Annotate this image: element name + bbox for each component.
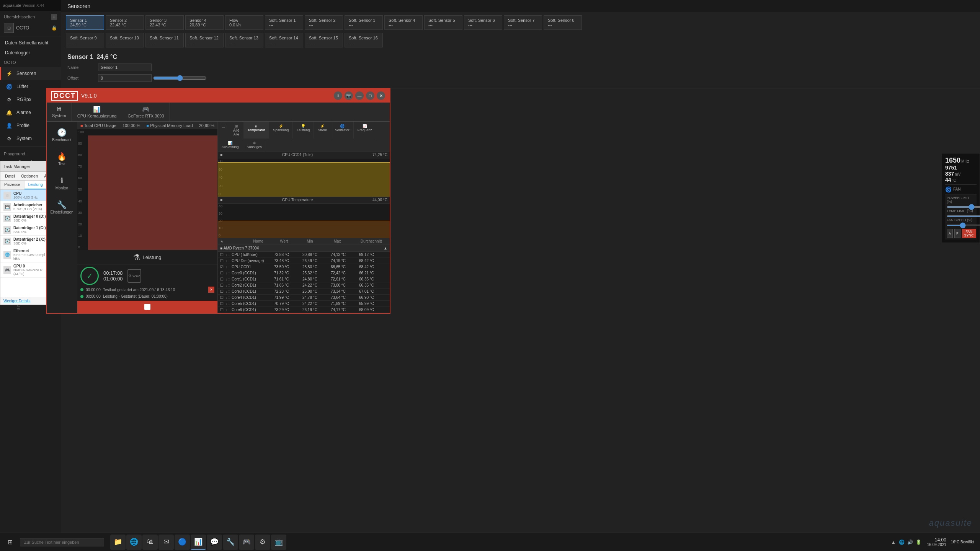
- cb-8[interactable]: ☐: [220, 302, 225, 306]
- tray-icon-1[interactable]: ▲: [890, 538, 897, 546]
- taskbar-app-store[interactable]: 🛍: [142, 535, 158, 550]
- sensor-row-2[interactable]: ☑ ↓ □ CPU CCD1 73,50 °C 25,50 °C 68,65 °…: [218, 264, 390, 270]
- sensor-card-soft6[interactable]: Soft. Sensor 6 ---: [464, 15, 502, 30]
- sensor-card-soft5[interactable]: Soft. Sensor 5 ---: [424, 15, 462, 30]
- sidebar-item-daten-schnellansicht[interactable]: Daten-Schnellansicht: [0, 38, 61, 48]
- sensor-row-4[interactable]: ☐ ↓ □ Core1 (CCD1) 71,61 °C 24,80 °C 72,…: [218, 276, 390, 282]
- sensor-card-soft3[interactable]: Soft. Sensor 3 ---: [345, 15, 383, 30]
- collapse-amd-button[interactable]: ▲: [384, 246, 387, 250]
- fan-auto-button[interactable]: A: [947, 229, 953, 238]
- taskbar-app-taskmgr[interactable]: 📊: [191, 535, 206, 550]
- sensor-row-3[interactable]: ☐ ↓ □ Core0 (CCD1) 71,32 °C 25,32 °C 72,…: [218, 270, 390, 276]
- taskbar-app-app1[interactable]: 🔧: [223, 535, 238, 550]
- tray-battery-icon[interactable]: 🔋: [915, 538, 923, 546]
- taskbar-app-app2[interactable]: 🎮: [239, 535, 254, 550]
- sensor-card-soft11[interactable]: Soft. Sensor 11 ---: [145, 33, 184, 47]
- sensor-row-0[interactable]: ☐ ↓ □ CPU (Tctl/Tdie) 73,88 °C 30,88 °C …: [218, 252, 390, 258]
- fan-fixed-button[interactable]: F: [954, 229, 960, 238]
- sensor-card-1[interactable]: Sensor 1 24,59 °C: [66, 15, 104, 30]
- occt-minimize-button[interactable]: —: [355, 91, 364, 100]
- taskmgr-menu-datei[interactable]: Datei: [2, 173, 18, 179]
- cb-9[interactable]: ☐: [220, 308, 225, 312]
- sensor-card-soft14[interactable]: Soft. Sensor 14 ---: [265, 33, 303, 47]
- sensor-card-soft2[interactable]: Soft. Sensor 2 ---: [305, 15, 343, 30]
- cb-0[interactable]: ☐: [220, 253, 225, 257]
- taskbar-app-mail[interactable]: ✉: [158, 535, 174, 550]
- offset-input[interactable]: [98, 74, 152, 82]
- tab-menu[interactable]: ☰: [218, 122, 229, 139]
- log-delete-button[interactable]: ✕: [208, 287, 214, 293]
- cb-2[interactable]: ☑: [220, 265, 225, 269]
- occt-nav-gpu[interactable]: 🎮 GeForce RTX 3090: [122, 103, 170, 121]
- occt-camera-button[interactable]: 📷: [345, 91, 353, 100]
- taskbar-app-app3[interactable]: ⚙: [255, 535, 270, 550]
- cb-5[interactable]: ☐: [220, 283, 225, 287]
- start-button[interactable]: ⊞: [3, 535, 17, 549]
- sensor-card-soft1[interactable]: Soft. Sensor 1 ---: [265, 15, 303, 30]
- tab-strom[interactable]: ⚡ Strom: [314, 122, 331, 139]
- tab-sonstiges[interactable]: ⊕ Sonstiges: [243, 139, 266, 151]
- tab-leistung[interactable]: Leistung: [24, 181, 47, 189]
- sensor-row-7[interactable]: ☐ ↓ □ Core4 (CCD1) 71,99 °C 24,78 °C 73,…: [218, 295, 390, 301]
- benchmark-button[interactable]: 🕐 Benchmark: [47, 125, 77, 145]
- stop-button[interactable]: [77, 301, 217, 313]
- occt-close-button[interactable]: ✕: [377, 91, 385, 100]
- settings-button[interactable]: 🔧 Einstellungen: [47, 197, 77, 217]
- taskbar-app-edge[interactable]: 🌐: [126, 535, 142, 550]
- sensor-card-3[interactable]: Sensor 3 22,43 °C: [145, 15, 184, 30]
- tab-ventilator[interactable]: 🌀 Ventilator: [331, 122, 354, 139]
- sensor-row-5[interactable]: ☐ ↓ □ Core2 (CCD1) 71,86 °C 24,22 °C 73,…: [218, 282, 390, 289]
- tab-temperatur[interactable]: 🌡 Temperatur: [244, 122, 270, 139]
- sensor-row-9[interactable]: ☐ ↓ □ Core6 (CCD1) 73,29 °C 26,19 °C 74,…: [218, 307, 390, 313]
- tab-spannung[interactable]: ⚡ Spannung: [269, 122, 293, 139]
- occt-nav-system[interactable]: 🖥 System: [47, 103, 72, 121]
- sensor-card-soft7[interactable]: Soft. Sensor 7 ---: [504, 15, 542, 30]
- monitor-button[interactable]: ℹ Monitor: [47, 173, 77, 193]
- taskbar-app-app4[interactable]: 📺: [271, 535, 286, 550]
- sensor-card-soft4[interactable]: Soft. Sensor 4 ---: [384, 15, 423, 30]
- name-input[interactable]: [98, 64, 152, 71]
- power-limit-slider[interactable]: [947, 206, 980, 208]
- cb-6[interactable]: ☐: [220, 289, 225, 293]
- sensor-card-soft12[interactable]: Soft. Sensor 12 ---: [185, 33, 224, 47]
- tab-alle[interactable]: ⊞ Alle Alle: [229, 122, 244, 139]
- tab-leistung[interactable]: 💡 Leistung: [293, 122, 314, 139]
- sensor-card-2[interactable]: Sensor 2 22,43 °C: [106, 15, 144, 30]
- cb-4[interactable]: ☐: [220, 277, 225, 281]
- offset-slider[interactable]: [153, 73, 207, 83]
- sensor-card-soft10[interactable]: Soft. Sensor 10 ---: [106, 33, 144, 47]
- tab-frequenz[interactable]: 📈 Frequenz: [354, 122, 376, 139]
- sensor-card-soft13[interactable]: Soft. Sensor 13 ---: [225, 33, 263, 47]
- sensor-row-6[interactable]: ☐ ↓ □ Core3 (CCD1) 72,23 °C 25,00 °C 73,…: [218, 289, 390, 295]
- taskbar-app-explorer[interactable]: 📁: [110, 535, 126, 550]
- add-ubersichtsseiten-button[interactable]: +: [51, 14, 57, 20]
- occt-info-button[interactable]: ℹ: [334, 91, 342, 100]
- search-input[interactable]: [20, 538, 104, 546]
- sensor-card-soft8[interactable]: Soft. Sensor 8 ---: [544, 15, 582, 30]
- taskbar-app-discord[interactable]: 💬: [207, 535, 222, 550]
- sensor-card-4[interactable]: Sensor 4 20,89 °C: [185, 15, 224, 30]
- cb-7[interactable]: ☐: [220, 295, 225, 300]
- sensor-card-flow[interactable]: Flow 0,0 l/h: [225, 15, 263, 30]
- tab-prozesse[interactable]: Prozesse: [0, 181, 24, 189]
- tray-volume-icon[interactable]: 🔊: [906, 538, 914, 546]
- sensor-card-soft15[interactable]: Soft. Sensor 15 ---: [305, 33, 343, 47]
- sensor-card-soft9[interactable]: Soft. Sensor 9 ---: [66, 33, 104, 47]
- tray-network-icon[interactable]: 🌐: [898, 538, 906, 546]
- taskmgr-menu-optionen[interactable]: Optionen: [18, 173, 41, 179]
- taskbar-app-chrome[interactable]: 🔵: [175, 535, 190, 550]
- tab-auslastung[interactable]: 📊 Auslastung: [218, 139, 243, 151]
- sensor-row-8[interactable]: ☐ ↓ □ Core5 (CCD1) 70,79 °C 24,22 °C 71,…: [218, 301, 390, 307]
- fan-sync-button[interactable]: FAN SYNC: [962, 229, 976, 238]
- cb-3[interactable]: ☐: [220, 271, 225, 275]
- cb-1[interactable]: ☐: [220, 259, 225, 263]
- test-button[interactable]: 🔥 Test: [47, 149, 77, 169]
- occt-maximize-button[interactable]: □: [366, 91, 374, 100]
- weniger-details-link[interactable]: Weniger Details: [3, 299, 30, 303]
- sensor-row-1[interactable]: ☐ ↓ □ CPU Die (average) 73,48 °C 26,49 °…: [218, 258, 390, 264]
- sidebar-item-datenlogger[interactable]: Datenlogger: [0, 48, 61, 58]
- sensor-card-soft16[interactable]: Soft. Sensor 16 ---: [345, 33, 383, 47]
- sidebar-item-sensoren[interactable]: ⚡ Sensoren: [0, 67, 61, 80]
- fan-speed-slider[interactable]: [947, 225, 980, 226]
- occt-nav-cpu[interactable]: 📊 CPU Kernauslastung: [72, 103, 122, 121]
